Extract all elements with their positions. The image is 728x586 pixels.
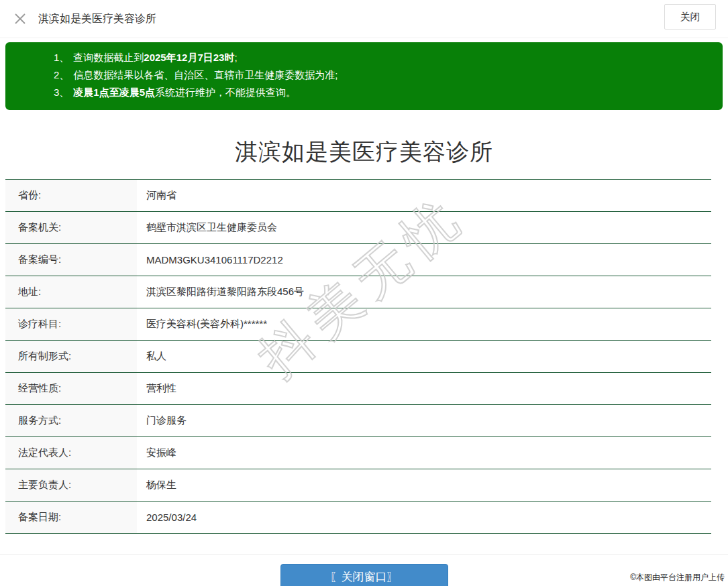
notice-list: 1、查询数据截止到2025年12月7日23时; 2、信息数据结果以各省、自治区、…	[54, 49, 709, 101]
row-value: 安振峰	[137, 437, 176, 469]
row-value: 医疗美容科(美容外科)******	[137, 308, 267, 340]
close-button[interactable]: 关闭	[664, 4, 716, 30]
notice-item-text: 系统进行维护，不能提供查询。	[155, 86, 296, 98]
header-bar: 淇滨如是美医疗美容诊所 关闭	[0, 0, 728, 38]
row-label: 所有制形式:	[5, 341, 137, 372]
row-value: 2025/03/24	[137, 502, 197, 533]
table-row: 所有制形式: 私人	[5, 341, 711, 373]
notice-item-number: 3、	[54, 86, 73, 98]
row-label: 省份:	[5, 180, 137, 211]
row-value: 门诊服务	[137, 405, 187, 436]
close-icon[interactable]	[13, 12, 27, 25]
table-row: 主要负责人: 杨保生	[5, 469, 711, 502]
footer: 〖关闭窗口〗	[0, 555, 728, 586]
notice-item-number: 1、	[54, 52, 73, 63]
page-title: 淇滨如是美医疗美容诊所	[0, 137, 728, 168]
close-window-button[interactable]: 〖关闭窗口〗	[280, 564, 448, 586]
row-label: 法定代表人:	[5, 437, 137, 469]
notice-item-bold: 2025年12月7日23时	[144, 52, 234, 63]
notice-banner: 1、查询数据截止到2025年12月7日23时; 2、信息数据结果以各省、自治区、…	[5, 42, 723, 110]
row-value: 河南省	[137, 180, 176, 211]
row-label: 经营性质:	[5, 373, 137, 404]
row-value: 营利性	[137, 373, 176, 404]
row-value: 杨保生	[137, 469, 176, 501]
table-row: 诊疗科目: 医疗美容科(美容外科)******	[5, 308, 711, 341]
details-table: 省份: 河南省 备案机关: 鹤壁市淇滨区卫生健康委员会 备案编号: MADM3G…	[5, 179, 711, 534]
table-row: 备案日期: 2025/03/24	[5, 502, 711, 534]
window-title: 淇滨如是美医疗美容诊所	[38, 12, 156, 26]
notice-item: 1、查询数据截止到2025年12月7日23时;	[54, 49, 709, 66]
attribution: ©本图由平台注册用户上传	[630, 572, 725, 583]
notice-item-text: 信息数据结果以各省、自治区、直辖市卫生健康委数据为准;	[73, 69, 337, 80]
notice-item-number: 2、	[54, 69, 73, 80]
row-label: 服务方式:	[5, 405, 137, 436]
notice-item: 2、信息数据结果以各省、自治区、直辖市卫生健康委数据为准;	[54, 66, 709, 84]
notice-item: 3、凌晨1点至凌晨5点系统进行维护，不能提供查询。	[54, 84, 709, 101]
row-label: 诊疗科目:	[5, 308, 137, 340]
row-value: 私人	[137, 341, 166, 372]
table-row: 服务方式: 门诊服务	[5, 405, 711, 437]
row-label: 备案编号:	[5, 244, 137, 276]
table-row: 地址: 淇滨区黎阳路街道黎阳路东段456号	[5, 276, 711, 308]
row-value: MADM3GKU341061117D2212	[137, 244, 283, 276]
row-label: 地址:	[5, 276, 137, 308]
table-row: 备案机关: 鹤壁市淇滨区卫生健康委员会	[5, 212, 711, 244]
row-label: 备案日期:	[5, 502, 137, 533]
notice-item-bold: 凌晨1点至凌晨5点	[73, 86, 155, 98]
notice-item-text: ;	[234, 52, 237, 63]
row-label: 主要负责人:	[5, 469, 137, 501]
notice-item-text: 查询数据截止到	[73, 52, 144, 63]
table-row: 法定代表人: 安振峰	[5, 437, 711, 469]
row-value: 鹤壁市淇滨区卫生健康委员会	[137, 212, 277, 243]
row-label: 备案机关:	[5, 212, 137, 243]
table-row: 经营性质: 营利性	[5, 373, 711, 405]
row-value: 淇滨区黎阳路街道黎阳路东段456号	[137, 276, 304, 308]
table-row: 备案编号: MADM3GKU341061117D2212	[5, 244, 711, 276]
table-row: 省份: 河南省	[5, 180, 711, 212]
